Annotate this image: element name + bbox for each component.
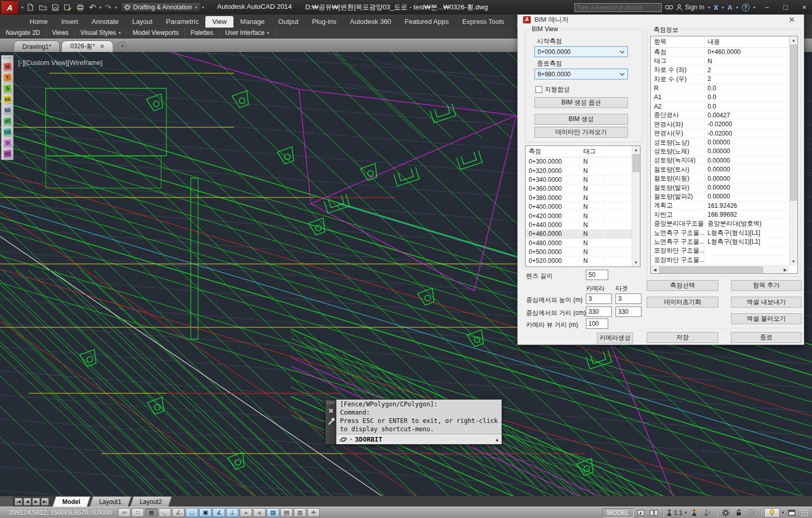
3d-object-snap-toggle[interactable]: ▣ <box>199 508 212 517</box>
object-snap-tracking-toggle[interactable]: ∡ <box>213 508 225 517</box>
annotation-monitor-toggle[interactable]: ✛ <box>307 508 320 517</box>
app-menu-caret-icon[interactable]: ▾ <box>21 5 23 10</box>
command-window-grip[interactable] <box>328 401 334 404</box>
autodesk360-icon[interactable]: A <box>728 4 732 11</box>
customize-wrench-icon[interactable] <box>328 418 335 425</box>
bim-options-button[interactable]: BIM 생성 옵션 <box>534 97 628 108</box>
exit-button[interactable]: 종료 <box>731 332 802 343</box>
terrain-merge-checkbox[interactable] <box>535 86 542 93</box>
info-row[interactable]: 포장하단 구조물... <box>651 256 789 264</box>
center-distance-camera-input[interactable]: 330 <box>586 307 612 317</box>
command-expand-icon[interactable]: ▲ <box>496 437 499 442</box>
redo-caret-icon[interactable]: ▾ <box>115 5 117 10</box>
status-menu-caret-icon[interactable]: ▾ <box>782 510 784 515</box>
exchange-apps-icon[interactable]: X <box>714 4 718 11</box>
layout-tab-layout1[interactable]: Layout1 <box>89 496 131 507</box>
scroll-down-icon[interactable]: ▼ <box>632 259 640 267</box>
palette-tool-h2[interactable]: H2 <box>3 149 12 158</box>
station-row[interactable]: 0+460.0000N <box>526 230 632 238</box>
annotation-scale-button[interactable]: 1:1 ▾ <box>666 509 687 516</box>
search-binoculars-icon[interactable] <box>665 4 673 10</box>
station-info-table[interactable]: 항목내용측점0+460.0000태그N차로 수 (좌)2차로 수 (우)2R0.… <box>650 36 798 274</box>
dynamic-input-toggle[interactable]: + <box>240 508 252 517</box>
center-distance-target-input[interactable]: 330 <box>615 307 641 317</box>
info-row[interactable]: R0.0 <box>651 84 789 93</box>
grid-display-toggle[interactable]: ▦ <box>145 508 158 517</box>
command-window-close-icon[interactable]: ✕ <box>328 407 333 415</box>
ribbon-tab-autodesk-360[interactable]: Autodesk 360 <box>343 16 398 28</box>
dialog-close-button[interactable]: ✕ <box>785 15 798 24</box>
scroll-down-icon[interactable]: ▼ <box>790 258 797 265</box>
last-layout-nav-button[interactable]: ▶| <box>41 498 49 506</box>
undo-caret-icon[interactable]: ▾ <box>99 5 101 10</box>
palette-tool-ut[interactable]: UT <box>3 116 12 126</box>
save-as-button[interactable] <box>61 2 74 13</box>
help-icon[interactable]: ? <box>742 4 750 11</box>
station-row[interactable]: 0+480.0000N <box>526 239 632 248</box>
reset-data-button[interactable]: 데이터초기화 <box>647 297 718 308</box>
info-row[interactable]: 편경사(우)-0.02000 <box>651 129 789 138</box>
polar-tracking-toggle[interactable]: ∠ <box>172 508 185 517</box>
info-row[interactable]: A20.0 <box>651 102 789 111</box>
station-row[interactable]: 0+520.0000N <box>526 257 632 265</box>
infer-constraints-toggle[interactable]: ▱ <box>118 508 130 517</box>
drawing-tab-close-icon[interactable]: ✕ <box>100 43 104 50</box>
save-button[interactable] <box>49 2 61 13</box>
selection-cycling-toggle[interactable]: ▥ <box>294 508 306 517</box>
help-caret-icon[interactable]: ▾ <box>753 5 755 10</box>
terrain-merge-checkbox-row[interactable]: 지형합성 <box>535 85 570 94</box>
viewport-split-icon[interactable] <box>648 508 660 517</box>
start-station-combo[interactable]: 0+000.0000 <box>534 46 628 57</box>
info-row[interactable]: 성토량(노상)0.00000 <box>651 138 789 147</box>
center-height-target-input[interactable]: 3 <box>615 294 641 304</box>
command-history[interactable]: [Fence/WPolygon/CPolygon]: Command: Pres… <box>336 400 502 434</box>
panel-button-views[interactable]: Views <box>46 28 75 38</box>
clean-screen-icon[interactable] <box>786 508 797 517</box>
info-row[interactable]: 포장하단 구조물... <box>651 247 789 256</box>
info-row[interactable]: 종단경사0.00427 <box>651 111 789 120</box>
palette-tool-t[interactable]: T <box>3 73 12 82</box>
annotation-autoscale-icon[interactable] <box>702 508 713 517</box>
info-row[interactable]: 측점0+460.0000 <box>651 48 789 57</box>
undo-button[interactable]: ↶ <box>86 2 99 13</box>
ribbon-tab-home[interactable]: Home <box>23 16 55 28</box>
palette-tool-s[interactable]: S <box>3 84 12 93</box>
lineweight-toggle[interactable]: ≡ <box>253 508 266 517</box>
info-row[interactable]: 노면측구 구조물...L형측구(형식1)[L1] <box>651 229 789 237</box>
window-close-button[interactable]: × <box>796 2 812 13</box>
station-row[interactable]: 0+400.0000N <box>526 203 632 211</box>
info-row[interactable]: 편경사(좌)-0.02000 <box>651 120 789 129</box>
palette-tool-sd[interactable]: SD <box>3 105 12 115</box>
exchange-caret-icon[interactable]: ▾ <box>722 5 724 10</box>
center-height-camera-input[interactable]: 3 <box>586 294 612 304</box>
info-row[interactable]: 성토량(녹지대)0.00000 <box>651 156 789 165</box>
station-list-scrollbar[interactable]: ▲ ▼ <box>632 146 640 267</box>
station-row[interactable]: 0+500.0000N <box>526 248 632 257</box>
search-input[interactable] <box>574 3 662 12</box>
workspace-switcher[interactable]: Drafting & Annotation ▾ <box>121 2 201 12</box>
command-options-caret-icon[interactable]: ▾ <box>350 437 352 442</box>
panel-button-model-viewports[interactable]: Model Viewports <box>127 28 185 38</box>
info-row[interactable]: A10.0 <box>651 93 789 102</box>
quick-properties-toggle[interactable]: ▤ <box>280 508 293 517</box>
new-drawing-tab-button[interactable]: + <box>118 42 127 50</box>
drawing-status-lightbulb-button[interactable] <box>764 508 780 517</box>
station-row[interactable]: 0+320.0000N <box>526 166 632 175</box>
scrollbar-thumb[interactable] <box>790 45 797 201</box>
lens-length-input[interactable]: 50 <box>586 270 608 280</box>
drawing-tab-0326-횡[interactable]: 0326-횡*✕ <box>61 41 113 52</box>
scroll-left-icon[interactable]: ◀ <box>651 266 659 273</box>
next-layout-nav-button[interactable]: ▶ <box>32 498 40 506</box>
panel-button-palettes[interactable]: Palettes <box>185 28 219 38</box>
scrollbar-thumb[interactable] <box>633 154 639 172</box>
station-list[interactable]: 측점태그0+300.0000N0+320.0000N0+340.0000N0+3… <box>525 145 640 267</box>
select-station-button[interactable]: 측점선택 <box>647 280 718 291</box>
data-import-button[interactable]: 데이터만 가져오기 <box>534 127 628 138</box>
scroll-right-icon[interactable]: ▶ <box>781 266 789 273</box>
annotation-visibility-icon[interactable] <box>689 508 700 517</box>
new-file-button[interactable] <box>24 2 36 13</box>
prev-layout-nav-button[interactable]: ◀ <box>23 498 31 506</box>
station-row[interactable]: 0+380.0000N <box>526 194 632 203</box>
info-row[interactable]: 차로 수 (우)2 <box>651 75 789 84</box>
create-camera-button[interactable]: 카메라생성 <box>597 333 633 343</box>
